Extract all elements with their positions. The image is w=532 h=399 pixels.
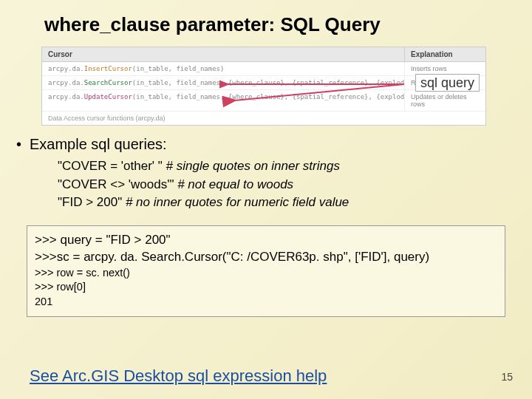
help-link[interactable]: See Arc.GIS Desktop sql expression help [30,366,327,386]
cursor-table: Cursor Explanation arcpy.da.InsertCursor… [41,47,486,126]
table-header-cursor: Cursor [42,47,404,61]
table-row: arcpy.da.InsertCursor(in_table, field_na… [42,62,485,76]
bullet-text: Example sql queries: [30,136,167,153]
code-line: >>>sc = arcpy. da. Search.Cursor("C: /CO… [35,249,497,266]
table-header-row: Cursor Explanation [42,47,485,62]
table-footer: Data Access cursor functions (arcpy.da) [42,112,485,125]
slide-title: where_clause parameter: SQL Query [0,0,532,44]
searchcursor-keyword: SearchCursor [84,79,132,86]
table-cell: Inserts rows [404,62,485,75]
table-header-explanation: Explanation [404,47,485,61]
example-line: "FID > 200" # no inner quotes for numeri… [58,194,532,212]
code-line: 201 [35,295,497,310]
table-row: arcpy.da.SearchCursor(in_table, field_na… [42,76,485,90]
example-comment: # not equal to woods [177,177,293,191]
bullet-icon: • [16,136,30,153]
code-line: >>> row = sc. next() [35,266,497,281]
insertcursor-keyword: InsertCursor [84,65,132,72]
code-line: >>> row[0] [35,280,497,295]
example-comment: # no inner quotes for numeric field valu… [126,195,349,209]
updatecursor-keyword: UpdateCursor [84,93,132,100]
example-line: "COVER <> 'woods'" # not equal to woods [58,176,532,194]
bullet-example-heading: • Example sql queries: [0,130,532,154]
example-line: "COVER = 'other' " # single quotes on in… [58,157,532,176]
example-comment: # single quotes on inner strings [166,159,340,173]
code-box: >>> query = "FID > 200" >>>sc = arcpy. d… [27,225,505,318]
page-number: 15 [501,371,513,383]
table-cell: Updates or deletes rows [404,90,485,111]
table-cell: arcpy.da.InsertCursor(in_table, field_na… [42,62,404,75]
example-list: "COVER = 'other' " # single quotes on in… [0,154,532,212]
table-row: arcpy.da.UpdateCursor(in_table, field_na… [42,90,485,112]
table-cell: arcpy.da.UpdateCursor(in_table, field_na… [42,90,404,111]
code-line: >>> query = "FID > 200" [35,232,497,249]
table-cell: arcpy.da.SearchCursor(in_table, field_na… [42,76,404,89]
table-cell: Read-only access [404,76,485,89]
